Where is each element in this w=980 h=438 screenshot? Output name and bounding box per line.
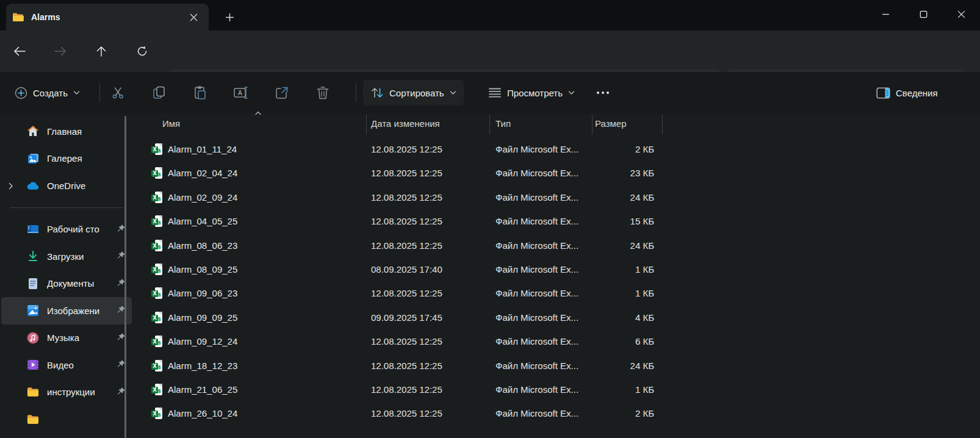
- chevron-down-icon: [73, 90, 80, 95]
- excel-file-icon: aX: [151, 287, 163, 300]
- file-date-modified: 09.09.2025 17:45: [371, 312, 442, 323]
- title-bar: Alarms: [0, 0, 980, 31]
- command-bar: Создать A: [0, 72, 980, 113]
- file-row[interactable]: aX Alarm_02_09_24 12.08.2025 12:25 Файл …: [135, 186, 980, 210]
- file-row[interactable]: aX Alarm_18_12_23 12.08.2025 12:25 Файл …: [135, 354, 980, 378]
- sidebar-scrollbar[interactable]: [124, 116, 126, 438]
- file-name: Alarm_02_09_24: [168, 192, 237, 203]
- cut-button[interactable]: [105, 80, 132, 106]
- sidebar-item[interactable]: Документы: [1, 270, 132, 298]
- sidebar-item[interactable]: Галерея: [1, 145, 132, 173]
- sidebar-item[interactable]: Изображени: [1, 297, 132, 325]
- file-size: 24 КБ: [597, 192, 654, 203]
- view-button-label: Просмотреть: [507, 88, 563, 98]
- file-row[interactable]: aX Alarm_09_12_24 12.08.2025 12:25 Файл …: [135, 330, 980, 354]
- svg-text:A: A: [238, 90, 242, 96]
- chevron-right-icon: [9, 182, 13, 190]
- file-type: Файл Microsoft Ex...: [495, 312, 578, 323]
- file-type: Файл Microsoft Ex...: [495, 192, 578, 203]
- file-row[interactable]: aX Alarm_08_09_25 08.09.2025 17:40 Файл …: [135, 258, 980, 282]
- sidebar-item-label: Загрузки: [47, 251, 84, 262]
- column-resize-handle[interactable]: [366, 115, 367, 134]
- tab-close-button[interactable]: [184, 8, 203, 26]
- column-header-name[interactable]: Имя: [162, 118, 180, 129]
- sidebar-item-label: Галерея: [47, 153, 82, 163]
- excel-file-icon: aX: [151, 192, 163, 204]
- file-date-modified: 12.08.2025 12:25: [371, 168, 442, 178]
- details-pane-button[interactable]: Сведения: [869, 80, 945, 106]
- file-row[interactable]: aX Alarm_08_06_23 12.08.2025 12:25 Файл …: [135, 234, 980, 258]
- sidebar-item-label: Рабочий сто: [47, 224, 99, 234]
- window-controls: [867, 0, 980, 28]
- column-header-row: Имя Дата изменения Тип Размер: [135, 115, 666, 134]
- file-row[interactable]: aX Alarm_04_05_25 12.08.2025 12:25 Файл …: [135, 210, 980, 234]
- copy-icon: [152, 85, 167, 100]
- forward-button[interactable]: [49, 40, 71, 62]
- home-icon: [27, 125, 39, 137]
- sidebar-item[interactable]: Загрузки: [1, 243, 132, 270]
- sidebar-item[interactable]: [1, 406, 132, 433]
- file-row[interactable]: aX Alarm_09_09_25 09.09.2025 17:45 Файл …: [135, 306, 980, 330]
- column-resize-handle[interactable]: [489, 115, 490, 134]
- folder-icon: [27, 386, 39, 398]
- column-resize-handle[interactable]: [592, 115, 593, 134]
- file-size: 6 КБ: [597, 336, 654, 346]
- sort-ascending-caret-icon: [255, 111, 261, 115]
- file-type: Файл Microsoft Ex...: [495, 384, 578, 395]
- close-window-button[interactable]: [942, 0, 980, 28]
- column-header-type[interactable]: Тип: [495, 118, 511, 129]
- file-type: Файл Microsoft Ex...: [495, 408, 578, 418]
- sidebar-item[interactable]: Рабочий сто: [1, 216, 132, 243]
- column-header-date[interactable]: Дата изменения: [371, 118, 440, 129]
- explorer-tab[interactable]: Alarms: [6, 4, 209, 31]
- up-button[interactable]: [90, 40, 112, 62]
- refresh-button[interactable]: [131, 40, 153, 62]
- copy-button[interactable]: [146, 80, 173, 106]
- new-tab-button[interactable]: [220, 7, 239, 27]
- delete-button[interactable]: [309, 80, 336, 106]
- sidebar-item-label: Документы: [47, 278, 94, 289]
- file-date-modified: 12.08.2025 12:25: [371, 216, 442, 226]
- file-date-modified: 12.08.2025 12:25: [371, 361, 442, 371]
- sidebar-item[interactable]: Главная: [1, 118, 132, 145]
- file-name: Alarm_09_09_25: [168, 312, 237, 323]
- rename-button[interactable]: A: [228, 80, 254, 106]
- rename-icon: A: [233, 85, 249, 100]
- sidebar-item[interactable]: Видео: [1, 351, 132, 379]
- more-options-button[interactable]: [589, 80, 616, 106]
- file-row[interactable]: aX Alarm_01_11_24 12.08.2025 12:25 Файл …: [135, 138, 980, 162]
- file-row[interactable]: aX Alarm_21_06_25 12.08.2025 12:25 Файл …: [135, 378, 980, 402]
- file-size: 1 КБ: [597, 288, 654, 298]
- sort-button-label: Сортировать: [389, 88, 444, 98]
- view-button[interactable]: Просмотреть: [481, 80, 582, 106]
- file-name: Alarm_08_09_25: [168, 264, 237, 275]
- maximize-button[interactable]: [904, 0, 942, 28]
- folder-icon: [27, 413, 39, 425]
- file-row[interactable]: aX Alarm_26_10_24 12.08.2025 12:25 Файл …: [135, 402, 980, 426]
- file-name: Alarm_26_10_24: [168, 408, 237, 418]
- file-type: Файл Microsoft Ex...: [495, 336, 578, 346]
- excel-file-icon: aX: [151, 240, 163, 253]
- paste-button[interactable]: [187, 80, 214, 106]
- file-row[interactable]: aX Alarm_02_04_24 12.08.2025 12:25 Файл …: [135, 162, 980, 185]
- new-plus-icon: [15, 87, 27, 99]
- new-button[interactable]: Создать: [7, 80, 87, 106]
- sidebar-item[interactable]: инструкции: [1, 379, 132, 406]
- column-header-size[interactable]: Размер: [595, 118, 627, 129]
- sort-button[interactable]: Сортировать: [363, 80, 464, 106]
- minimize-button[interactable]: [867, 0, 904, 28]
- paste-icon: [193, 85, 207, 100]
- tab-title: Alarms: [31, 12, 60, 22]
- back-button[interactable]: [9, 40, 31, 62]
- file-name: Alarm_21_06_25: [168, 384, 237, 395]
- sidebar-item[interactable]: Музыка: [1, 325, 132, 352]
- file-date-modified: 12.08.2025 12:25: [371, 336, 442, 346]
- sidebar-item[interactable]: OneDrive: [1, 172, 132, 199]
- chevron-down-icon: [450, 90, 456, 95]
- column-resize-handle[interactable]: [662, 115, 663, 134]
- pictures-icon: [27, 304, 39, 317]
- onedrive-icon: [27, 179, 39, 192]
- refresh-icon: [136, 45, 148, 57]
- file-row[interactable]: aX Alarm_09_06_23 12.08.2025 12:25 Файл …: [135, 282, 980, 306]
- share-button[interactable]: [268, 80, 295, 106]
